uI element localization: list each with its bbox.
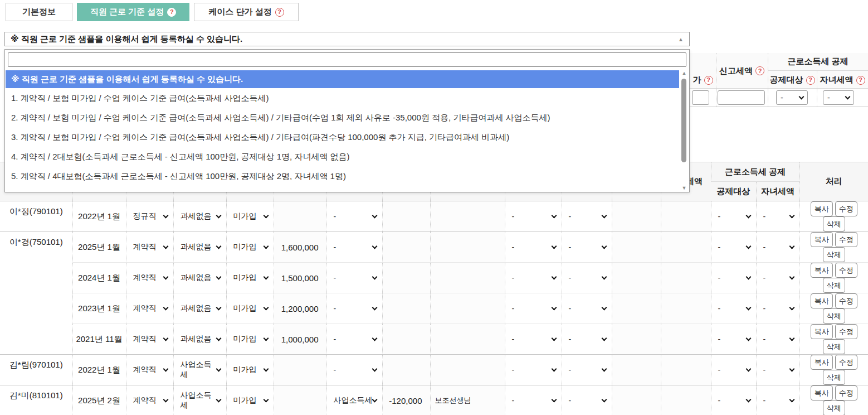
child-tax-select[interactable]: - — [757, 355, 799, 385]
copy-button[interactable]: 복사 — [811, 293, 833, 308]
child-tax-select[interactable]: - — [757, 324, 799, 354]
other-pay-tax-select[interactable]: - — [327, 263, 382, 293]
partial-field[interactable] — [692, 90, 709, 105]
copy-button[interactable]: 복사 — [811, 232, 833, 247]
edit-button[interactable]: 수정 — [835, 355, 857, 370]
insurance-select[interactable]: 미가입 — [227, 385, 274, 415]
extra-select-1[interactable]: - — [505, 201, 562, 231]
delete-button[interactable]: 삭제 — [823, 400, 845, 415]
child-tax-select[interactable]: - — [823, 90, 854, 105]
sample-option[interactable]: 3. 계약직 / 보험 미가입 / 수업 케이스 기준 급여(소득과세 사업소득… — [6, 127, 679, 147]
extra-select-1[interactable]: - — [505, 232, 562, 262]
extra-select-2[interactable]: - — [562, 293, 612, 324]
extra-select-2[interactable]: - — [562, 355, 612, 385]
dropdown-scrollbar[interactable]: ▲ ▼ — [680, 70, 688, 191]
deduct-target-select[interactable]: - — [711, 201, 756, 231]
other-pay-tax-select[interactable]: - — [327, 293, 382, 324]
extra-select-2[interactable]: - — [562, 263, 612, 293]
extra-select-1[interactable]: - — [505, 263, 562, 293]
delete-button[interactable]: 삭제 — [823, 278, 845, 293]
delete-button[interactable]: 삭제 — [823, 339, 845, 354]
report-tax-field[interactable] — [718, 90, 765, 105]
employment-type-select[interactable]: 정규직 — [126, 201, 173, 231]
extra-select-1[interactable]: - — [505, 324, 562, 354]
help-icon[interactable]: ? — [856, 76, 865, 85]
sample-search-input[interactable] — [8, 52, 686, 67]
extra-select-2[interactable]: - — [562, 201, 612, 231]
copy-button[interactable]: 복사 — [811, 263, 833, 278]
help-icon[interactable]: ? — [167, 8, 176, 17]
insurance-select[interactable]: 미가입 — [227, 293, 274, 324]
copy-button[interactable]: 복사 — [811, 201, 833, 216]
copy-button[interactable]: 복사 — [811, 324, 833, 339]
employment-type-select[interactable]: 계약직 — [126, 355, 173, 385]
deduct-target-select[interactable]: - — [711, 293, 756, 324]
delete-button[interactable]: 삭제 — [823, 370, 845, 385]
sample-option[interactable]: 2. 계약직 / 보험 미가입 / 수업 케이스 기준 급여(소득과세 사업소득… — [6, 108, 679, 127]
employment-type-select[interactable]: 계약직 — [126, 232, 173, 262]
insurance-select[interactable]: 미가입 — [227, 355, 274, 385]
sample-option[interactable]: 1. 계약직 / 보험 미가입 / 수업 케이스 기준 급여(소득과세 사업소득… — [6, 88, 679, 108]
deduct-target-select[interactable]: - — [711, 232, 756, 262]
other-pay-tax-select[interactable]: 사업소득세 — [327, 385, 382, 415]
deduct-target-select[interactable]: - — [711, 385, 756, 415]
edit-button[interactable]: 수정 — [835, 293, 857, 308]
other-pay-tax-select[interactable]: - — [327, 355, 382, 385]
edit-button[interactable]: 수정 — [835, 324, 857, 339]
insurance-select[interactable]: 미가입 — [227, 324, 274, 354]
employment-type-select[interactable]: 계약직 — [126, 385, 173, 415]
extra-select-1[interactable]: - — [505, 385, 562, 415]
sample-option[interactable]: 5. 계약직 / 4대보험(소득과세 근로소득세 - 신고세액 100만원, 공… — [6, 166, 679, 186]
deduct-target-select[interactable]: - — [776, 90, 808, 105]
child-tax-select[interactable]: - — [757, 263, 799, 293]
edit-button[interactable]: 수정 — [835, 232, 857, 247]
employment-type-select[interactable]: 계약직 — [126, 324, 173, 354]
other-pay-tax-select[interactable]: - — [327, 201, 382, 231]
income-tax-type-select[interactable]: 과세없음 — [174, 293, 226, 324]
sample-combobox[interactable]: ※ 직원 근로 기준 샘플을 이용해서 쉽게 등록하실 수 있습니다. ▲ — [4, 32, 690, 46]
scroll-up-icon[interactable]: ▲ — [680, 70, 688, 76]
sample-option[interactable]: 4. 계약직 / 2대보험(소득과세 근로소득세 - 신고세액 100만원, 공… — [6, 147, 679, 166]
income-tax-type-select[interactable]: 과세없음 — [174, 232, 226, 262]
delete-button[interactable]: 삭제 — [823, 247, 845, 262]
income-tax-type-select[interactable]: 과세없음 — [174, 263, 226, 293]
child-tax-select[interactable]: - — [757, 385, 799, 415]
edit-button[interactable]: 수정 — [835, 263, 857, 278]
edit-button[interactable]: 수정 — [835, 201, 857, 216]
scroll-down-icon[interactable]: ▼ — [680, 185, 688, 191]
insurance-select[interactable]: 미가입 — [227, 263, 274, 293]
extra-select-2[interactable]: - — [562, 232, 612, 262]
tab-basic-info[interactable]: 기본정보 — [6, 3, 72, 21]
income-tax-type-select[interactable]: 과세없음 — [174, 201, 226, 231]
tab-case-unit-price[interactable]: 케이스 단가 설정 ? — [194, 3, 299, 21]
delete-button[interactable]: 삭제 — [823, 308, 845, 324]
deduct-target-select[interactable]: - — [711, 324, 756, 354]
help-icon[interactable]: ? — [806, 76, 815, 85]
extra-select-1[interactable]: - — [505, 355, 562, 385]
help-icon[interactable]: ? — [275, 8, 284, 17]
deduct-target-select[interactable]: - — [711, 263, 756, 293]
help-icon[interactable]: ? — [755, 66, 764, 75]
copy-button[interactable]: 복사 — [811, 355, 833, 370]
child-tax-select[interactable]: - — [757, 293, 799, 324]
sample-option[interactable]: 6. 정규직(기본급 250만원) / 4대보험(소득과세 근로소득세 - 신고… — [6, 186, 679, 192]
scrollbar-thumb[interactable] — [681, 79, 686, 162]
insurance-select[interactable]: 미가입 — [227, 201, 274, 231]
extra-select-1[interactable]: - — [505, 293, 562, 324]
edit-button[interactable]: 수정 — [835, 385, 857, 400]
help-icon[interactable]: ? — [704, 76, 713, 85]
employment-type-select[interactable]: 계약직 — [126, 293, 173, 324]
child-tax-select[interactable]: - — [757, 201, 799, 231]
other-pay-tax-select[interactable]: - — [327, 232, 382, 262]
other-pay-tax-select[interactable]: - — [327, 324, 382, 354]
insurance-select[interactable]: 미가입 — [227, 232, 274, 262]
sample-option[interactable]: ※ 직원 근로 기준 샘플을 이용해서 쉽게 등록하실 수 있습니다. — [6, 70, 679, 88]
income-tax-type-select[interactable]: 사업소득세 — [174, 355, 226, 385]
copy-button[interactable]: 복사 — [811, 385, 833, 400]
extra-select-2[interactable]: - — [562, 324, 612, 354]
income-tax-type-select[interactable]: 사업소득세 — [174, 385, 226, 415]
tab-employee-work-standard[interactable]: 직원 근로 기준 설정 ? — [77, 3, 189, 21]
extra-select-2[interactable]: - — [562, 385, 612, 415]
deduct-target-select[interactable]: - — [711, 355, 756, 385]
child-tax-select[interactable]: - — [757, 232, 799, 262]
